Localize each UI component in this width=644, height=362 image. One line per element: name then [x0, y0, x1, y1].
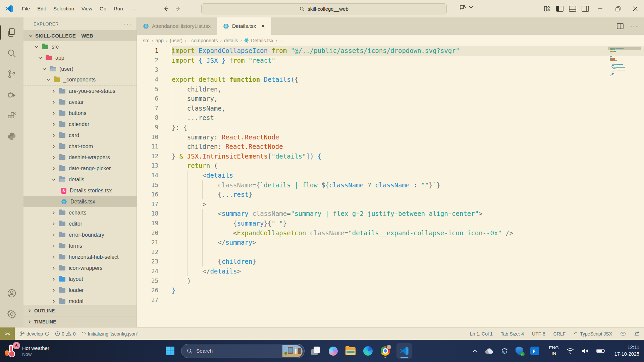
taskbar-search-box[interactable]: Search	[181, 344, 305, 358]
tray-chevron-up-icon[interactable]	[473, 350, 477, 353]
menu-file[interactable]: File	[18, 3, 34, 14]
chevron-down-icon[interactable]	[42, 67, 47, 71]
wifi-icon[interactable]	[566, 348, 574, 354]
tree-item-forms[interactable]: forms	[23, 240, 137, 251]
tree-item--user-[interactable]: (user)	[23, 63, 137, 74]
start-button[interactable]	[164, 343, 176, 359]
chevron-right-icon[interactable]	[51, 89, 57, 94]
tree-item-app[interactable]: app	[23, 52, 137, 63]
tree-item-buttons[interactable]: buttons	[23, 108, 137, 119]
code-line-11[interactable]: 11 children: React.ReactNode	[137, 142, 644, 152]
code-line-25[interactable]: 25 )	[137, 276, 644, 286]
chevron-right-icon[interactable]	[51, 111, 57, 116]
history-forward-button[interactable]	[175, 5, 181, 12]
code-line-6[interactable]: 6 summary,	[137, 94, 644, 104]
chevron-right-icon[interactable]	[51, 100, 57, 105]
edge-icon[interactable]	[362, 343, 374, 359]
menu-go[interactable]: Go	[96, 3, 110, 14]
indentation-item[interactable]: Tab Size: 4	[501, 331, 524, 337]
tree-item-card[interactable]: card	[23, 130, 137, 141]
tree-item-echarts[interactable]: echarts	[23, 207, 137, 218]
tree-item-details[interactable]: details	[23, 174, 137, 185]
tree-item-error-boundary[interactable]: error-boundary	[23, 229, 137, 240]
encoding-item[interactable]: UTF-8	[532, 331, 545, 337]
file-explorer-icon[interactable]	[344, 343, 357, 359]
run-debug-icon[interactable]	[0, 84, 23, 105]
code-line-26[interactable]: 26}	[137, 286, 644, 295]
copilot-status-icon[interactable]	[620, 331, 626, 336]
chevron-down-icon[interactable]	[38, 56, 43, 60]
window-restore-button[interactable]	[609, 0, 627, 17]
breadcrumb-item--user-[interactable]: (user)	[170, 38, 182, 43]
source-control-icon[interactable]	[0, 64, 23, 84]
code-line-14[interactable]: 14 <details	[137, 171, 644, 180]
tab-attendancehistorylist-tsx[interactable]: AttendanceHistoryList.tsx	[137, 17, 217, 35]
explorer-icon[interactable]	[0, 22, 23, 43]
code-line-7[interactable]: 7 className,	[137, 104, 644, 113]
tree-item-details-tsx[interactable]: Details.tsx	[23, 196, 137, 207]
code-line-3[interactable]: 3	[137, 65, 644, 75]
tab-details-tsx[interactable]: Details.tsx×	[217, 17, 271, 35]
breadcrumb-item-src[interactable]: src	[143, 38, 149, 43]
menu-run[interactable]: Run	[110, 3, 127, 14]
tree-item-dashlet-wrappers[interactable]: dashlet-wrappers	[23, 152, 137, 163]
window-close-button[interactable]	[627, 0, 644, 17]
window-minimize-button[interactable]	[592, 0, 609, 17]
code-line-5[interactable]: 5 children,	[137, 84, 644, 94]
customize-layout-icon[interactable]	[541, 0, 553, 17]
command-center-search[interactable]: skill-college__web	[201, 3, 447, 14]
code-line-20[interactable]: 20 <ExpandCollapseIcon className="detail…	[137, 228, 644, 238]
settings-gear-icon[interactable]	[0, 304, 23, 324]
code-line-17[interactable]: 17 >	[137, 199, 644, 209]
tree-item-date-range-picker[interactable]: date-range-picker	[23, 163, 137, 174]
weather-widget[interactable]: 6 Hot weather Now	[5, 340, 49, 362]
chevron-right-icon[interactable]	[51, 122, 57, 127]
copilot-button[interactable]	[459, 3, 473, 11]
breadcrumb-item-app[interactable]: app	[156, 38, 164, 43]
chrome-icon[interactable]	[379, 343, 392, 359]
tree-item-avatar[interactable]: avatar	[23, 97, 137, 108]
chevron-right-icon[interactable]	[51, 244, 57, 248]
chevron-right-icon[interactable]	[51, 299, 57, 304]
explorer-more-actions-icon[interactable]: ···	[124, 20, 132, 27]
chevron-right-icon[interactable]	[51, 277, 57, 282]
code-line-4[interactable]: 4export default function Details({	[137, 75, 644, 84]
code-line-23[interactable]: 23 {children}	[137, 257, 644, 266]
toggle-panel-icon[interactable]	[566, 0, 579, 17]
tree-item-editor[interactable]: editor	[23, 218, 137, 229]
minimap-slider[interactable]	[608, 47, 641, 50]
toggle-primary-sidebar-icon[interactable]	[553, 0, 566, 17]
chevron-right-icon[interactable]	[51, 222, 57, 226]
tree-item-src[interactable]: src	[23, 41, 137, 52]
chevron-right-icon[interactable]	[51, 155, 57, 160]
project-root-row[interactable]: SKILL-COLLEGE__WEB	[23, 30, 137, 41]
search-view-icon[interactable]	[0, 43, 23, 64]
windows-security-icon[interactable]: ✓	[516, 347, 523, 355]
code-line-10[interactable]: 10 summary: React.ReactNode	[137, 132, 644, 142]
chevron-right-icon[interactable]	[51, 255, 57, 259]
chevron-right-icon[interactable]	[51, 210, 57, 215]
code-line-2[interactable]: 2import { JSX } from "react"	[137, 56, 644, 65]
vscode-taskbar-icon[interactable]	[396, 343, 412, 359]
problems-item[interactable]: 0 0	[55, 331, 76, 337]
toggle-secondary-sidebar-icon[interactable]	[579, 0, 592, 17]
close-tab-icon[interactable]: ×	[261, 22, 265, 30]
chevron-right-icon[interactable]	[51, 266, 57, 270]
battery-icon[interactable]	[596, 349, 605, 353]
code-line-22[interactable]: 22	[137, 247, 644, 257]
menu-selection[interactable]: Selection	[50, 3, 78, 14]
breadcrumb-item--[interactable]: ...	[279, 38, 283, 43]
language-indicator[interactable]: ENG IN	[549, 345, 559, 357]
chevron-right-icon[interactable]	[51, 144, 57, 149]
code-line-24[interactable]: 24 </details>	[137, 266, 644, 276]
tree-item-calendar[interactable]: calendar	[23, 119, 137, 130]
task-view-icon[interactable]	[309, 343, 322, 359]
tree-item--components[interactable]: _components	[23, 74, 137, 85]
code-line-27[interactable]: 27	[137, 295, 644, 305]
menu-view[interactable]: View	[78, 3, 96, 14]
chevron-down-icon[interactable]	[51, 177, 57, 182]
breadcrumb-item--components[interactable]: _components	[189, 38, 218, 43]
code-line-21[interactable]: 21 </summary>	[137, 238, 644, 247]
chevron-right-icon[interactable]	[51, 288, 57, 293]
tree-item-horizontal-hub-select[interactable]: horizontal-hub-select	[23, 251, 137, 262]
